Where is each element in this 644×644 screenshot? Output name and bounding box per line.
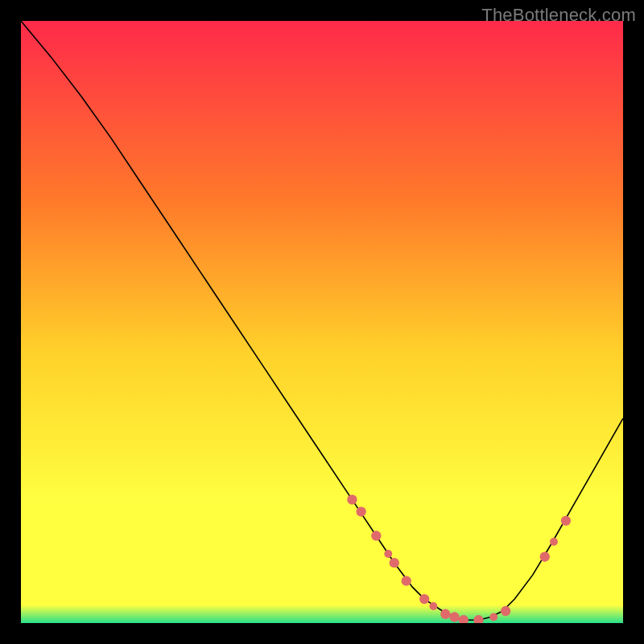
data-marker: [550, 538, 558, 546]
data-marker: [449, 612, 459, 621]
plot-area: [21, 21, 623, 623]
gradient-background: [21, 21, 623, 623]
data-marker: [371, 530, 381, 540]
watermark-text: TheBottleneck.com: [481, 5, 636, 26]
data-marker: [402, 576, 411, 585]
data-marker: [489, 613, 497, 621]
data-marker: [356, 506, 365, 516]
chart-container: TheBottleneck.com: [0, 0, 644, 644]
bottleneck-chart: [21, 21, 623, 623]
data-marker: [384, 550, 392, 558]
data-marker: [419, 594, 429, 604]
data-marker: [390, 558, 399, 568]
data-marker: [561, 516, 571, 526]
data-marker: [540, 552, 550, 562]
data-marker: [429, 602, 437, 610]
data-marker: [440, 609, 450, 619]
data-marker: [347, 494, 357, 504]
data-marker: [501, 606, 510, 616]
